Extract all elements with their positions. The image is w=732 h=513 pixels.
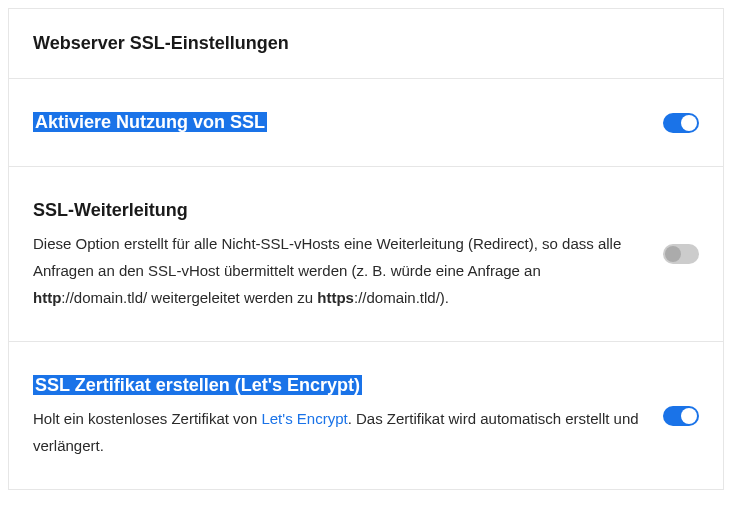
toggle-enable-ssl[interactable]	[663, 113, 699, 133]
toggle-knob	[665, 246, 681, 262]
setting-lets-encrypt-title: SSL Zertifikat erstellen (Let's Encrypt)	[33, 375, 362, 395]
ssl-settings-panel: Webserver SSL-Einstellungen Aktiviere Nu…	[8, 8, 724, 490]
setting-ssl-redirect-title: SSL-Weiterleitung	[33, 200, 188, 220]
setting-ssl-redirect-text: SSL-Weiterleitung Diese Option erstellt …	[33, 197, 663, 311]
desc-text: ://domain.tld/).	[354, 289, 449, 306]
desc-text: Diese Option erstellt für alle Nicht-SSL…	[33, 235, 621, 279]
toggle-wrap-enable-ssl	[663, 109, 699, 133]
setting-enable-ssl: Aktiviere Nutzung von SSL	[9, 79, 723, 167]
toggle-ssl-redirect[interactable]	[663, 244, 699, 264]
setting-lets-encrypt: SSL Zertifikat erstellen (Let's Encrypt)…	[9, 342, 723, 489]
toggle-wrap-ssl-redirect	[663, 244, 699, 264]
setting-lets-encrypt-text: SSL Zertifikat erstellen (Let's Encrypt)…	[33, 372, 663, 459]
desc-bold-https: https	[317, 289, 354, 306]
page-title: Webserver SSL-Einstellungen	[33, 33, 699, 54]
setting-lets-encrypt-desc: Holt ein kostenloses Zertifikat von Let'…	[33, 405, 639, 459]
toggle-lets-encrypt[interactable]	[663, 406, 699, 426]
setting-ssl-redirect-desc: Diese Option erstellt für alle Nicht-SSL…	[33, 230, 639, 311]
setting-ssl-redirect: SSL-Weiterleitung Diese Option erstellt …	[9, 167, 723, 342]
panel-header: Webserver SSL-Einstellungen	[9, 9, 723, 79]
desc-bold-http: http	[33, 289, 61, 306]
toggle-knob	[681, 408, 697, 424]
toggle-wrap-lets-encrypt	[663, 406, 699, 426]
setting-enable-ssl-text: Aktiviere Nutzung von SSL	[33, 109, 663, 136]
lets-encrypt-link[interactable]: Let's Encrypt	[261, 410, 347, 427]
setting-enable-ssl-title: Aktiviere Nutzung von SSL	[33, 112, 267, 132]
desc-text: ://domain.tld/ weitergeleitet werden zu	[61, 289, 317, 306]
desc-text: Holt ein kostenloses Zertifikat von	[33, 410, 261, 427]
toggle-knob	[681, 115, 697, 131]
